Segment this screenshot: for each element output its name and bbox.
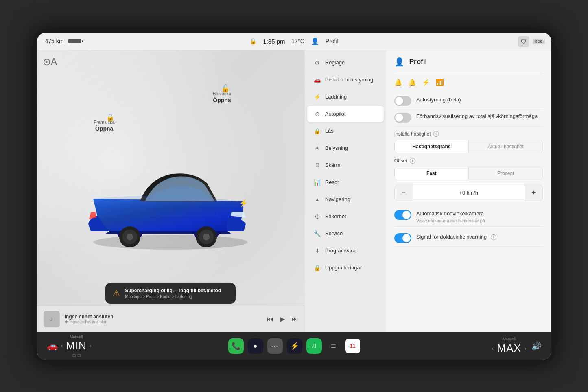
offset-type-group: Fast Procent	[394, 167, 543, 180]
media-controls[interactable]: ⏮ ▶ ⏭	[267, 315, 298, 323]
sidebar-item-belysning[interactable]: ☀ Belysning	[307, 140, 384, 156]
uppgraderingar-icon: 🔒	[314, 265, 321, 271]
fan-label-right: Manuell	[503, 337, 516, 341]
sidebar-item-label: Lås	[325, 128, 334, 134]
fan-prev-right[interactable]: ‹	[492, 345, 494, 352]
shield-icon[interactable]: 🛡	[518, 36, 529, 47]
sidebar-item-uppgraderingar[interactable]: 🔒 Uppgraderingar	[307, 260, 384, 276]
sos-badge[interactable]: SOS	[533, 39, 544, 44]
fast-option[interactable]: Fast	[395, 167, 469, 180]
sidebar-item-label: Programvara	[325, 247, 356, 254]
las-icon: 🔒	[314, 128, 321, 134]
status-bar: 475 km 🔒 1:35 pm 17°C 👤 Profil 🛡 SOS	[37, 33, 551, 50]
app-dots-button[interactable]: ···	[267, 338, 283, 354]
warning-sub: Mobilapp > Profil > Konto > Laddning	[125, 294, 221, 299]
seat-icon-left: ⊡	[72, 353, 76, 357]
dodvinkel-toggle[interactable]	[394, 210, 411, 220]
screen-inner: 475 km 🔒 1:35 pm 17°C 👤 Profil 🛡 SOS	[37, 33, 551, 360]
forhandsvisualisering-toggle[interactable]	[394, 113, 411, 123]
signal-icon[interactable]: 📶	[436, 79, 444, 86]
dolda-toggle[interactable]	[394, 233, 411, 243]
dolda-label-text: Signal för doldavinkelnvarning i	[416, 233, 496, 241]
procent-option[interactable]: Procent	[469, 167, 542, 180]
skarm-icon: 🖥	[314, 162, 321, 169]
sidebar-item-laddning[interactable]: ⚡ Laddning	[307, 89, 384, 105]
bluetooth-icon: ⚡	[290, 342, 299, 350]
fan-prev-left[interactable]: ‹	[61, 342, 63, 349]
sidebar-item-label: Belysning	[325, 145, 348, 151]
bell-icon[interactable]: 🔔	[408, 79, 416, 86]
battery-bar	[68, 39, 81, 43]
left-panel: ⊙A Framlucka Öppna 🔓 Baklucka Öppna 🔓	[37, 50, 304, 332]
info-icon-hastighet[interactable]: i	[433, 131, 439, 137]
fan-control-right: Manuell ‹ MAX ›	[492, 337, 527, 355]
sidebar-item-programvara[interactable]: ⬇ Programvara	[307, 243, 384, 259]
dodvinkel-label-text: Automatisk dödvinkelkamera Visa sidokame…	[416, 210, 485, 223]
warning-notification: ⚠ Supercharging otillg. – lägg till bet.…	[105, 283, 236, 304]
prev-button[interactable]: ⏮	[267, 315, 273, 323]
taskbar-apps: 📞 ● ··· ⚡ ♫ ≡ 11	[228, 338, 360, 354]
app-phone-button[interactable]: 📞	[228, 338, 244, 354]
sidebar-item-label: Autopilot	[325, 111, 346, 117]
sidebar-item-autopilot[interactable]: ⊙ Autopilot	[307, 106, 384, 122]
autostyrning-toggle[interactable]	[394, 96, 411, 106]
sidebar-item-skarm[interactable]: 🖥 Skärm	[307, 157, 384, 173]
taskbar-right: Manuell ‹ MAX › 🔊	[492, 337, 542, 355]
fan-value-right: MAX	[497, 342, 521, 355]
app-calendar-button[interactable]: 11	[345, 339, 360, 353]
app-spotify-button[interactable]: ♫	[306, 338, 322, 354]
fan-label-left: Manuell	[70, 335, 83, 339]
temp-display: 17°C	[292, 38, 304, 44]
aktuell-hastighet-option[interactable]: Aktuell hastighet	[469, 140, 542, 153]
volume-icon[interactable]: 🔊	[531, 341, 542, 351]
next-button[interactable]: ⏭	[291, 315, 298, 323]
offset-value-display: +0 km/h	[413, 190, 525, 196]
list-icon: ≡	[331, 341, 336, 351]
play-button[interactable]: ▶	[280, 315, 285, 323]
info-icon-dolda[interactable]: i	[491, 234, 496, 240]
fan-next-right[interactable]: ›	[525, 345, 527, 352]
offset-plus-button[interactable]: +	[525, 185, 542, 201]
svg-text:⚡: ⚡	[239, 199, 248, 208]
installad-hastighet-label: Inställd hastighet	[394, 131, 431, 137]
sidebar-item-las[interactable]: 🔒 Lås	[307, 123, 384, 139]
time-display: 1:35 pm	[263, 38, 285, 45]
dodvinkel-row: Automatisk dödvinkelkamera Visa sidokame…	[394, 207, 543, 227]
sidebar-item-reglage[interactable]: ⚙ Reglage	[307, 55, 384, 71]
car-icon-taskbar[interactable]: 🚗	[47, 341, 58, 351]
calendar-icon: 11	[350, 343, 355, 349]
autopilot-icon: ⊙	[314, 111, 321, 117]
right-panel: ⚙ Reglage 🚗 Pedaler och styrning ⚡ Laddn…	[304, 50, 551, 332]
sidebar-item-sakerhet[interactable]: ⏱ Säkerhet	[307, 208, 384, 225]
warning-title: Supercharging otillg. – lägg till bet.me…	[125, 288, 221, 293]
forhandsvisualisering-label-text: Förhandsvisualisering av total självkörn…	[416, 113, 538, 120]
fan-value-left: MIN	[66, 339, 87, 352]
autostyrning-row: Autostyrning (beta)	[394, 93, 543, 109]
spotify-icon: ♫	[311, 342, 317, 350]
navigering-icon: ▲	[314, 196, 321, 203]
dodvinkel-label: Automatisk dödvinkelkamera	[416, 210, 485, 217]
dots-icon: ···	[271, 343, 279, 349]
app-list-button[interactable]: ≡	[326, 338, 341, 354]
hastighetsgrans-option[interactable]: Hastighetsgräns	[395, 140, 469, 153]
info-icon-offset[interactable]: i	[410, 158, 415, 164]
sidebar-item-navigering[interactable]: ▲ Navigering	[307, 191, 384, 208]
offset-label: Offset	[394, 158, 407, 164]
sidebar-item-resor[interactable]: 📊 Resor	[307, 174, 384, 191]
alarm-icon[interactable]: 🔔	[394, 79, 402, 86]
sidebar-item-pedaler[interactable]: 🚗 Pedaler och styrning	[307, 72, 384, 88]
settings-content: 👤 Profil 🔔 🔔 ⚡ 📶 Autostyrnin	[386, 50, 551, 332]
laddning-icon: ⚡	[314, 94, 321, 100]
taskbar-left: 🚗 Manuell ‹ MIN › ⊡ ⊡	[47, 335, 92, 357]
fan-icons-row: ⊡ ⊡	[72, 353, 81, 357]
offset-minus-button[interactable]: −	[395, 185, 413, 201]
fan-next-left[interactable]: ›	[90, 342, 92, 349]
seat-icon-right: ⊡	[77, 353, 81, 357]
sidebar-item-label: Reglage	[325, 59, 345, 66]
range-display: 475 km	[45, 38, 64, 44]
bluetooth-status-icon[interactable]: ⚡	[422, 79, 430, 86]
sidebar-item-service[interactable]: 🔧 Service	[307, 226, 384, 242]
svg-point-0	[93, 235, 248, 250]
app-bluetooth-button[interactable]: ⚡	[287, 338, 302, 354]
app-camera-button[interactable]: ●	[248, 338, 263, 354]
